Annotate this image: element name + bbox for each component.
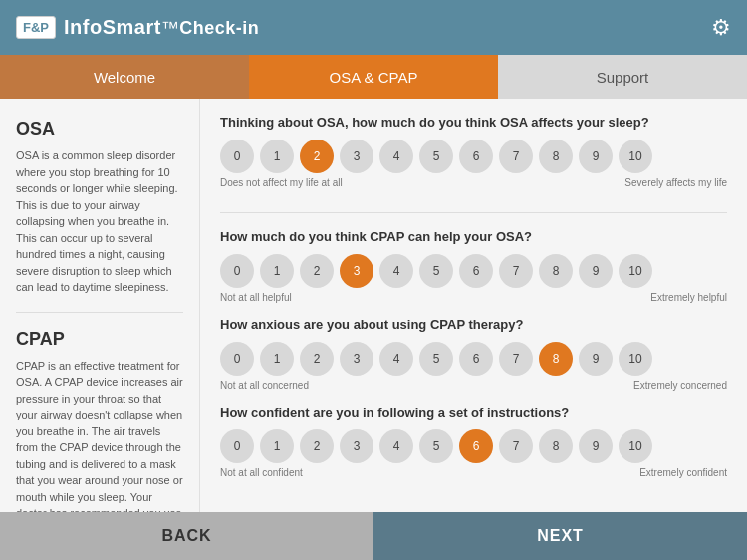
osa-title: OSA	[16, 119, 183, 140]
cpap-scale-btn-confident-8[interactable]: 8	[539, 429, 573, 463]
osa-scale-btn-7[interactable]: 7	[499, 140, 533, 173]
osa-scale-max: Severely affects my life	[624, 177, 727, 188]
cpap-scale-btn-confident-7[interactable]: 7	[499, 429, 533, 463]
cpap-scale-btn-confident-0[interactable]: 0	[220, 429, 254, 463]
cpap-scale-btn-helpful-0[interactable]: 0	[220, 254, 254, 288]
cpap-scale-btn-anxious-0[interactable]: 0	[220, 342, 254, 376]
cpap-description: CPAP is an effective treatment for OSA. …	[16, 358, 183, 513]
main-panel: Thinking about OSA, how much do you thin…	[199, 99, 747, 512]
app-name: InfoSmart	[64, 16, 161, 38]
cpap-scale-btn-anxious-7[interactable]: 7	[499, 342, 533, 376]
header: F&P InfoSmart™Check-in ⚙	[0, 0, 747, 55]
cpap-scale-btn-helpful-1[interactable]: 1	[260, 254, 294, 288]
cpap-question-confident: How confident are you in following a set…	[220, 405, 727, 478]
cpap-scale-btn-anxious-2[interactable]: 2	[300, 342, 334, 376]
cpap-scale-btn-helpful-6[interactable]: 6	[459, 254, 493, 288]
osa-scale-min: Does not affect my life at all	[220, 177, 343, 188]
osa-scale-row: 012345678910	[220, 140, 727, 173]
cpap-scale-btn-confident-4[interactable]: 4	[379, 429, 413, 463]
cpap-scale-row-helpful: 012345678910	[220, 254, 727, 288]
cpap-scale-min-helpful: Not at all helpful	[220, 292, 292, 303]
tab-osa-cpap[interactable]: OSA & CPAP	[249, 55, 498, 99]
logo: F&P InfoSmart™Check-in	[16, 16, 259, 39]
cpap-scale-btn-confident-9[interactable]: 9	[579, 429, 613, 463]
gear-icon[interactable]: ⚙	[711, 15, 731, 41]
cpap-scale-btn-confident-2[interactable]: 2	[300, 429, 334, 463]
cpap-scale-max-anxious: Extremely concerned	[633, 380, 727, 391]
osa-scale-labels: Does not affect my life at all Severely …	[220, 177, 727, 188]
cpap-scale-labels-anxious: Not at all concernedExtremely concerned	[220, 380, 727, 391]
cpap-scale-btn-helpful-2[interactable]: 2	[300, 254, 334, 288]
next-button[interactable]: NEXT	[374, 512, 747, 560]
cpap-scale-row-confident: 012345678910	[220, 429, 727, 463]
cpap-scale-btn-confident-3[interactable]: 3	[340, 429, 374, 463]
cpap-scale-btn-anxious-8[interactable]: 8	[539, 342, 573, 376]
cpap-scale-btn-helpful-7[interactable]: 7	[499, 254, 533, 288]
tab-support[interactable]: Support	[498, 55, 747, 99]
cpap-scale-btn-helpful-10[interactable]: 10	[619, 254, 652, 288]
cpap-question-section: How much do you think CPAP can help your…	[220, 229, 727, 478]
cpap-scale-max-helpful: Extremely helpful	[650, 292, 727, 303]
cpap-scale-btn-confident-5[interactable]: 5	[419, 429, 453, 463]
osa-scale-btn-10[interactable]: 10	[619, 140, 652, 173]
osa-question-section: Thinking about OSA, how much do you thin…	[220, 115, 727, 188]
osa-sidebar: OSA OSA is a common sleep disorder where…	[0, 99, 199, 512]
cpap-question-label-confident: How confident are you in following a set…	[220, 405, 727, 420]
main-content: OSA OSA is a common sleep disorder where…	[0, 99, 747, 512]
cpap-title: CPAP	[16, 329, 183, 350]
cpap-scale-btn-helpful-9[interactable]: 9	[579, 254, 613, 288]
osa-scale-btn-6[interactable]: 6	[459, 140, 493, 173]
cpap-scale-btn-anxious-9[interactable]: 9	[579, 342, 613, 376]
app-suffix: ™Check-in	[161, 18, 260, 38]
osa-scale-btn-3[interactable]: 3	[340, 140, 374, 173]
cpap-scale-labels-helpful: Not at all helpfulExtremely helpful	[220, 292, 727, 303]
cpap-scale-btn-anxious-4[interactable]: 4	[379, 342, 413, 376]
cpap-scale-btn-anxious-10[interactable]: 10	[619, 342, 652, 376]
tab-welcome[interactable]: Welcome	[0, 55, 249, 99]
cpap-question-label-anxious: How anxious are you about using CPAP the…	[220, 317, 727, 332]
tabs: Welcome OSA & CPAP Support	[0, 55, 747, 99]
cpap-scale-btn-anxious-5[interactable]: 5	[419, 342, 453, 376]
osa-scale-btn-1[interactable]: 1	[260, 140, 294, 173]
cpap-scale-btn-helpful-8[interactable]: 8	[539, 254, 573, 288]
cpap-question-label-helpful: How much do you think CPAP can help your…	[220, 229, 727, 244]
cpap-scale-btn-helpful-5[interactable]: 5	[419, 254, 453, 288]
osa-description: OSA is a common sleep disorder where you…	[16, 147, 183, 296]
cpap-scale-btn-helpful-4[interactable]: 4	[379, 254, 413, 288]
cpap-scale-labels-confident: Not at all confidentExtremely confident	[220, 467, 727, 478]
cpap-question-helpful: How much do you think CPAP can help your…	[220, 229, 727, 303]
cpap-scale-btn-anxious-6[interactable]: 6	[459, 342, 493, 376]
cpap-question-anxious: How anxious are you about using CPAP the…	[220, 317, 727, 391]
osa-question-label: Thinking about OSA, how much do you thin…	[220, 115, 727, 130]
osa-scale-btn-8[interactable]: 8	[539, 140, 573, 173]
cpap-scale-min-confident: Not at all confident	[220, 467, 303, 478]
cpap-scale-btn-anxious-1[interactable]: 1	[260, 342, 294, 376]
cpap-scale-row-anxious: 012345678910	[220, 342, 727, 376]
cpap-scale-max-confident: Extremely confident	[639, 467, 727, 478]
osa-scale-btn-5[interactable]: 5	[419, 140, 453, 173]
osa-scale-btn-4[interactable]: 4	[379, 140, 413, 173]
back-button[interactable]: BACK	[0, 512, 374, 560]
footer: BACK NEXT	[0, 512, 747, 560]
cpap-scale-btn-anxious-3[interactable]: 3	[340, 342, 374, 376]
app-title: InfoSmart™Check-in	[64, 16, 259, 39]
osa-scale-btn-9[interactable]: 9	[579, 140, 613, 173]
cpap-scale-min-anxious: Not at all concerned	[220, 380, 309, 391]
osa-scale-btn-0[interactable]: 0	[220, 140, 254, 173]
sidebar-divider	[16, 312, 183, 313]
section-divider	[220, 212, 727, 213]
cpap-scale-btn-confident-1[interactable]: 1	[260, 429, 294, 463]
osa-scale-btn-2[interactable]: 2	[300, 140, 334, 173]
fp-badge: F&P	[16, 16, 56, 39]
cpap-scale-btn-helpful-3[interactable]: 3	[340, 254, 374, 288]
cpap-scale-btn-confident-6[interactable]: 6	[459, 429, 493, 463]
cpap-scale-btn-confident-10[interactable]: 10	[619, 429, 652, 463]
